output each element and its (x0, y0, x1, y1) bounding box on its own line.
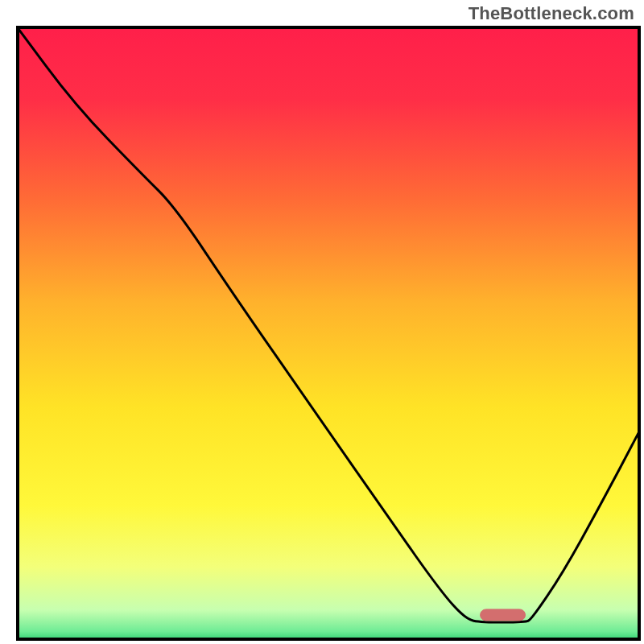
watermark-label: TheBottleneck.com (469, 3, 634, 24)
plot-area (16, 26, 641, 641)
bottleneck-curve (16, 26, 641, 622)
curve-overlay (16, 26, 641, 641)
chart-stage: TheBottleneck.com (0, 0, 644, 644)
optimal-range-marker (481, 609, 526, 621)
